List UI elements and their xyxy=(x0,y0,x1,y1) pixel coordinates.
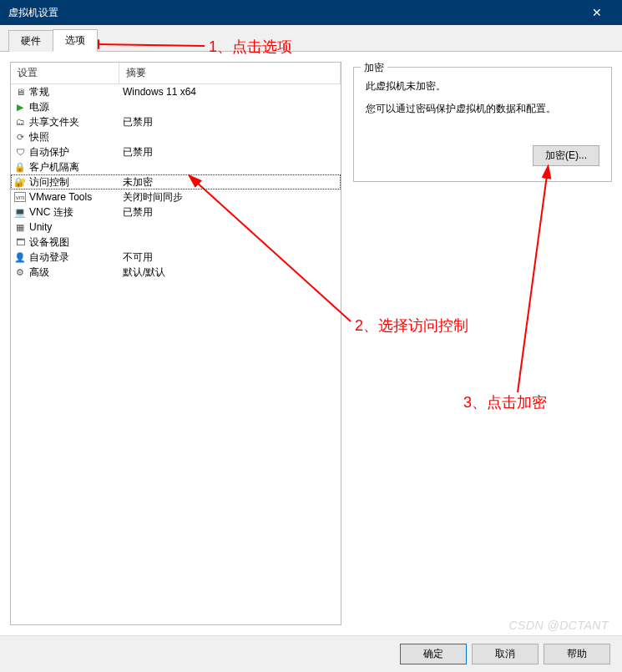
cell-summary: 已禁用 xyxy=(119,115,341,129)
header-setting[interactable]: 设置 xyxy=(11,63,119,83)
row-icon: ⟳ xyxy=(14,131,26,143)
cell-setting: 🗂共享文件夹 xyxy=(11,115,119,129)
cell-setting: 👤自动登录 xyxy=(11,250,119,265)
list-row[interactable]: 🖥常规Windows 11 x64 xyxy=(11,84,341,99)
cell-summary: 未加密 xyxy=(119,175,341,189)
help-button[interactable]: 帮助 xyxy=(544,644,610,664)
row-label: 设备视图 xyxy=(29,235,69,250)
groupbox-title: 加密 xyxy=(361,61,387,75)
row-label: VMware Tools xyxy=(29,191,92,203)
cell-setting: 🔒客户机隔离 xyxy=(11,160,119,174)
encryption-description-text: 您可以通过密码保护虚拟机的数据和配置。 xyxy=(366,102,599,116)
list-row[interactable]: ▶电源 xyxy=(11,99,341,114)
list-row[interactable]: 🛡自动保护已禁用 xyxy=(11,144,341,159)
right-panel: 加密 此虚拟机未加密。 您可以通过密码保护虚拟机的数据和配置。 加密(E)... xyxy=(353,62,612,625)
cell-summary: 关闭时间同步 xyxy=(119,190,341,205)
row-icon: ▦ xyxy=(14,221,26,233)
cell-setting: 🖥常规 xyxy=(11,85,119,99)
row-icon: vm xyxy=(14,192,26,202)
cell-summary: 默认/默认 xyxy=(119,265,341,280)
row-icon: ▶ xyxy=(14,101,26,113)
cell-summary: 不可用 xyxy=(119,250,341,265)
row-icon: 💻 xyxy=(14,206,26,218)
window-title: 虚拟机设置 xyxy=(8,6,58,20)
row-icon: 🔒 xyxy=(14,161,26,173)
header-summary[interactable]: 摘要 xyxy=(119,63,341,83)
list-row[interactable]: 👤自动登录不可用 xyxy=(11,250,341,265)
cell-setting: 🔐访问控制 xyxy=(11,175,119,189)
row-icon: 🔐 xyxy=(14,176,26,188)
tab-strip: 硬件 选项 xyxy=(0,25,622,52)
button-bar: 确定 取消 帮助 xyxy=(0,635,622,672)
list-header: 设置 摘要 xyxy=(11,63,341,84)
row-icon: 🖥 xyxy=(14,86,26,98)
row-label: 快照 xyxy=(29,130,49,144)
row-label: Unity xyxy=(29,221,52,233)
list-row[interactable]: ▦Unity xyxy=(11,220,341,235)
cell-setting: 🛡自动保护 xyxy=(11,145,119,159)
ok-button[interactable]: 确定 xyxy=(400,644,467,664)
cell-setting: 🗔设备视图 xyxy=(11,235,119,250)
close-button[interactable]: ✕ xyxy=(580,0,614,25)
row-label: 客户机隔离 xyxy=(29,160,79,174)
cancel-button[interactable]: 取消 xyxy=(472,644,539,664)
content-area: 设置 摘要 🖥常规Windows 11 x64▶电源🗂共享文件夹已禁用⟳快照🛡自… xyxy=(0,52,622,635)
list-row[interactable]: 🗂共享文件夹已禁用 xyxy=(11,114,341,129)
watermark: CSDN @DCTANT xyxy=(508,619,609,632)
tab-options[interactable]: 选项 xyxy=(53,29,98,52)
cell-summary: 已禁用 xyxy=(119,145,341,159)
row-icon: 🗂 xyxy=(14,116,26,128)
encrypt-button[interactable]: 加密(E)... xyxy=(533,145,599,166)
tab-hardware[interactable]: 硬件 xyxy=(8,30,53,52)
cell-setting: 💻VNC 连接 xyxy=(11,205,119,220)
row-label: 共享文件夹 xyxy=(29,115,79,129)
cell-summary: 已禁用 xyxy=(119,205,341,220)
list-row[interactable]: ⟳快照 xyxy=(11,129,341,144)
cell-setting: ⚙高级 xyxy=(11,265,119,280)
list-row[interactable]: 🔒客户机隔离 xyxy=(11,159,341,174)
cell-setting: vmVMware Tools xyxy=(11,191,119,203)
list-row[interactable]: ⚙高级默认/默认 xyxy=(11,265,341,280)
cell-setting: ⟳快照 xyxy=(11,130,119,144)
row-label: VNC 连接 xyxy=(29,205,73,220)
row-label: 电源 xyxy=(29,100,49,114)
cell-summary: Windows 11 x64 xyxy=(119,86,341,98)
list-row[interactable]: vmVMware Tools关闭时间同步 xyxy=(11,189,341,205)
row-icon: ⚙ xyxy=(14,266,26,278)
title-bar: 虚拟机设置 ✕ xyxy=(0,0,622,25)
row-label: 自动登录 xyxy=(29,250,69,265)
settings-list: 设置 摘要 🖥常规Windows 11 x64▶电源🗂共享文件夹已禁用⟳快照🛡自… xyxy=(10,62,341,625)
row-icon: 🗔 xyxy=(14,236,26,248)
encryption-status-text: 此虚拟机未加密。 xyxy=(366,79,599,93)
list-body: 🖥常规Windows 11 x64▶电源🗂共享文件夹已禁用⟳快照🛡自动保护已禁用… xyxy=(11,84,341,280)
row-label: 访问控制 xyxy=(29,175,69,189)
row-icon: 👤 xyxy=(14,251,26,263)
cell-setting: ▦Unity xyxy=(11,221,119,233)
row-label: 自动保护 xyxy=(29,145,69,159)
encryption-groupbox: 加密 此虚拟机未加密。 您可以通过密码保护虚拟机的数据和配置。 加密(E)... xyxy=(353,67,612,182)
row-label: 高级 xyxy=(29,265,49,280)
row-label: 常规 xyxy=(29,85,49,99)
list-row[interactable]: 🔐访问控制未加密 xyxy=(11,174,341,189)
row-icon: 🛡 xyxy=(14,146,26,158)
list-row[interactable]: 💻VNC 连接已禁用 xyxy=(11,205,341,220)
list-row[interactable]: 🗔设备视图 xyxy=(11,235,341,250)
cell-setting: ▶电源 xyxy=(11,100,119,114)
close-icon: ✕ xyxy=(592,6,602,19)
